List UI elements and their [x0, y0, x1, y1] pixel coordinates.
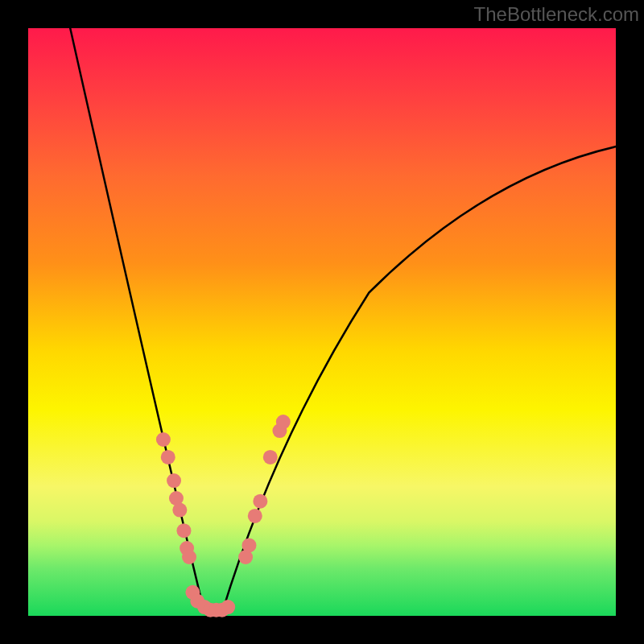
watermark-text: TheBottleneck.com — [474, 3, 639, 26]
markers-valley-group — [185, 585, 235, 617]
markers-left-group — [156, 432, 196, 564]
data-marker — [182, 550, 196, 564]
curve-right-limb — [222, 146, 620, 613]
data-marker — [156, 432, 171, 447]
data-marker — [161, 450, 175, 464]
data-marker — [253, 494, 267, 509]
chart-overlay — [28, 28, 616, 616]
black-frame: TheBottleneck.com — [0, 0, 644, 644]
data-marker — [221, 600, 235, 614]
data-marker — [176, 523, 191, 538]
data-marker — [248, 509, 262, 523]
markers-right-group — [238, 415, 291, 564]
data-marker — [276, 415, 291, 429]
data-marker — [263, 450, 278, 464]
data-marker — [167, 473, 181, 488]
data-marker — [172, 503, 187, 518]
data-marker — [242, 538, 256, 552]
